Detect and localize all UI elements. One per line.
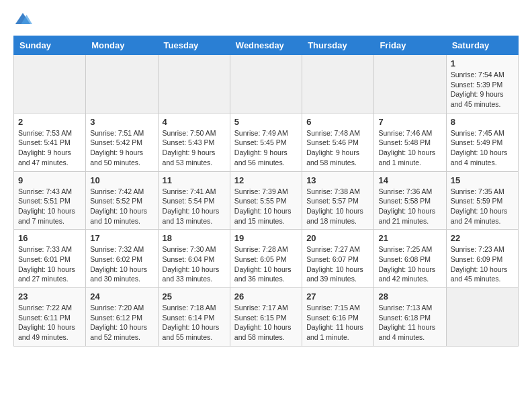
- day-info: Sunrise: 7:23 AM Sunset: 6:09 PM Dayligh…: [451, 244, 514, 284]
- calendar-day-cell: 24Sunrise: 7:20 AM Sunset: 6:12 PM Dayli…: [86, 288, 158, 347]
- calendar-day-cell: 26Sunrise: 7:17 AM Sunset: 6:15 PM Dayli…: [230, 288, 302, 347]
- day-info: Sunrise: 7:42 AM Sunset: 5:52 PM Dayligh…: [90, 187, 153, 226]
- day-info: Sunrise: 7:33 AM Sunset: 6:01 PM Dayligh…: [18, 244, 81, 284]
- day-info: Sunrise: 7:38 AM Sunset: 5:57 PM Dayligh…: [306, 187, 369, 226]
- calendar-day-header: Tuesday: [158, 36, 230, 55]
- calendar-day-header: Sunday: [14, 36, 86, 55]
- day-number: 10: [90, 175, 153, 185]
- calendar-table: SundayMondayTuesdayWednesdayThursdayFrid…: [13, 36, 519, 347]
- calendar-day-cell: 4Sunrise: 7:50 AM Sunset: 5:43 PM Daylig…: [158, 113, 230, 171]
- day-info: Sunrise: 7:39 AM Sunset: 5:55 PM Dayligh…: [234, 187, 298, 226]
- calendar-week-row: 16Sunrise: 7:33 AM Sunset: 6:01 PM Dayli…: [14, 230, 519, 288]
- day-number: 27: [306, 291, 369, 302]
- day-number: 25: [163, 291, 226, 302]
- calendar-day-header: Friday: [374, 36, 446, 55]
- calendar-day-cell: [86, 55, 158, 113]
- calendar-week-row: 9Sunrise: 7:43 AM Sunset: 5:51 PM Daylig…: [14, 171, 519, 230]
- day-number: 20: [306, 233, 369, 243]
- day-info: Sunrise: 7:17 AM Sunset: 6:15 PM Dayligh…: [234, 303, 298, 342]
- day-info: Sunrise: 7:51 AM Sunset: 5:42 PM Dayligh…: [90, 128, 153, 168]
- calendar-day-cell: 10Sunrise: 7:42 AM Sunset: 5:52 PM Dayli…: [86, 171, 158, 230]
- day-info: Sunrise: 7:50 AM Sunset: 5:43 PM Dayligh…: [163, 128, 226, 168]
- calendar-day-cell: 23Sunrise: 7:22 AM Sunset: 6:11 PM Dayli…: [14, 288, 86, 347]
- calendar-week-row: 2Sunrise: 7:53 AM Sunset: 5:41 PM Daylig…: [14, 113, 519, 171]
- calendar-day-cell: 6Sunrise: 7:48 AM Sunset: 5:46 PM Daylig…: [302, 113, 374, 171]
- calendar-day-header: Monday: [86, 36, 158, 55]
- calendar-day-cell: 20Sunrise: 7:27 AM Sunset: 6:07 PM Dayli…: [302, 230, 374, 288]
- day-number: 19: [234, 233, 298, 243]
- day-number: 7: [378, 117, 441, 127]
- calendar-header-row: SundayMondayTuesdayWednesdayThursdayFrid…: [14, 36, 519, 55]
- calendar-day-cell: 18Sunrise: 7:30 AM Sunset: 6:04 PM Dayli…: [158, 230, 230, 288]
- day-info: Sunrise: 7:49 AM Sunset: 5:45 PM Dayligh…: [234, 128, 298, 168]
- day-info: Sunrise: 7:15 AM Sunset: 6:16 PM Dayligh…: [306, 303, 369, 342]
- calendar-day-cell: [446, 288, 518, 347]
- day-number: 13: [306, 175, 369, 185]
- calendar-day-cell: 9Sunrise: 7:43 AM Sunset: 5:51 PM Daylig…: [14, 171, 86, 230]
- logo: [13, 10, 35, 29]
- calendar-day-cell: [374, 55, 446, 113]
- calendar-day-header: Thursday: [302, 36, 374, 55]
- day-info: Sunrise: 7:32 AM Sunset: 6:02 PM Dayligh…: [90, 244, 153, 284]
- day-info: Sunrise: 7:27 AM Sunset: 6:07 PM Dayligh…: [306, 244, 369, 284]
- day-info: Sunrise: 7:46 AM Sunset: 5:48 PM Dayligh…: [378, 128, 441, 168]
- day-number: 24: [90, 291, 153, 302]
- day-info: Sunrise: 7:35 AM Sunset: 5:59 PM Dayligh…: [451, 187, 514, 226]
- day-number: 2: [18, 117, 81, 127]
- day-number: 11: [163, 175, 226, 185]
- day-number: 17: [90, 233, 153, 243]
- calendar-day-cell: 5Sunrise: 7:49 AM Sunset: 5:45 PM Daylig…: [230, 113, 302, 171]
- day-info: Sunrise: 7:36 AM Sunset: 5:58 PM Dayligh…: [378, 187, 441, 226]
- calendar-week-row: 23Sunrise: 7:22 AM Sunset: 6:11 PM Dayli…: [14, 288, 519, 347]
- day-number: 26: [234, 291, 298, 302]
- calendar-day-cell: 25Sunrise: 7:18 AM Sunset: 6:14 PM Dayli…: [158, 288, 230, 347]
- calendar-day-cell: [230, 55, 302, 113]
- day-number: 1: [451, 58, 514, 68]
- calendar-day-cell: [158, 55, 230, 113]
- calendar-day-cell: 19Sunrise: 7:28 AM Sunset: 6:05 PM Dayli…: [230, 230, 302, 288]
- day-number: 21: [378, 233, 441, 243]
- day-number: 14: [378, 175, 441, 185]
- day-number: 12: [234, 175, 298, 185]
- calendar-day-cell: 7Sunrise: 7:46 AM Sunset: 5:48 PM Daylig…: [374, 113, 446, 171]
- day-number: 28: [378, 291, 441, 302]
- calendar-day-cell: 13Sunrise: 7:38 AM Sunset: 5:57 PM Dayli…: [302, 171, 374, 230]
- calendar-day-cell: [14, 55, 86, 113]
- day-number: 3: [90, 117, 153, 127]
- day-info: Sunrise: 7:22 AM Sunset: 6:11 PM Dayligh…: [18, 303, 81, 342]
- day-info: Sunrise: 7:20 AM Sunset: 6:12 PM Dayligh…: [90, 303, 153, 342]
- calendar-week-row: 1Sunrise: 7:54 AM Sunset: 5:39 PM Daylig…: [14, 55, 519, 113]
- calendar-day-cell: 2Sunrise: 7:53 AM Sunset: 5:41 PM Daylig…: [14, 113, 86, 171]
- day-number: 23: [18, 291, 81, 302]
- calendar-day-cell: 22Sunrise: 7:23 AM Sunset: 6:09 PM Dayli…: [446, 230, 518, 288]
- calendar-day-cell: 15Sunrise: 7:35 AM Sunset: 5:59 PM Dayli…: [446, 171, 518, 230]
- calendar-day-cell: 17Sunrise: 7:32 AM Sunset: 6:02 PM Dayli…: [86, 230, 158, 288]
- day-info: Sunrise: 7:54 AM Sunset: 5:39 PM Dayligh…: [451, 70, 514, 109]
- day-number: 8: [451, 117, 514, 127]
- calendar-day-header: Saturday: [446, 36, 518, 55]
- day-info: Sunrise: 7:45 AM Sunset: 5:49 PM Dayligh…: [451, 128, 514, 168]
- day-info: Sunrise: 7:28 AM Sunset: 6:05 PM Dayligh…: [234, 244, 298, 284]
- day-info: Sunrise: 7:18 AM Sunset: 6:14 PM Dayligh…: [163, 303, 226, 342]
- day-number: 4: [163, 117, 226, 127]
- day-info: Sunrise: 7:43 AM Sunset: 5:51 PM Dayligh…: [18, 187, 81, 226]
- calendar-day-cell: 16Sunrise: 7:33 AM Sunset: 6:01 PM Dayli…: [14, 230, 86, 288]
- logo-icon: [13, 10, 32, 29]
- day-number: 5: [234, 117, 298, 127]
- calendar-day-header: Wednesday: [230, 36, 302, 55]
- calendar-day-cell: 12Sunrise: 7:39 AM Sunset: 5:55 PM Dayli…: [230, 171, 302, 230]
- calendar-day-cell: 3Sunrise: 7:51 AM Sunset: 5:42 PM Daylig…: [86, 113, 158, 171]
- page-container: SundayMondayTuesdayWednesdayThursdayFrid…: [0, 0, 532, 357]
- day-number: 9: [18, 175, 81, 185]
- day-number: 16: [18, 233, 81, 243]
- day-number: 22: [451, 233, 514, 243]
- calendar-day-cell: 21Sunrise: 7:25 AM Sunset: 6:08 PM Dayli…: [374, 230, 446, 288]
- calendar-day-cell: 11Sunrise: 7:41 AM Sunset: 5:54 PM Dayli…: [158, 171, 230, 230]
- day-number: 6: [306, 117, 369, 127]
- calendar-day-cell: 28Sunrise: 7:13 AM Sunset: 6:18 PM Dayli…: [374, 288, 446, 347]
- calendar-day-cell: [302, 55, 374, 113]
- calendar-day-cell: 1Sunrise: 7:54 AM Sunset: 5:39 PM Daylig…: [446, 55, 518, 113]
- calendar-day-cell: 8Sunrise: 7:45 AM Sunset: 5:49 PM Daylig…: [446, 113, 518, 171]
- day-info: Sunrise: 7:48 AM Sunset: 5:46 PM Dayligh…: [306, 128, 369, 168]
- day-number: 15: [451, 175, 514, 185]
